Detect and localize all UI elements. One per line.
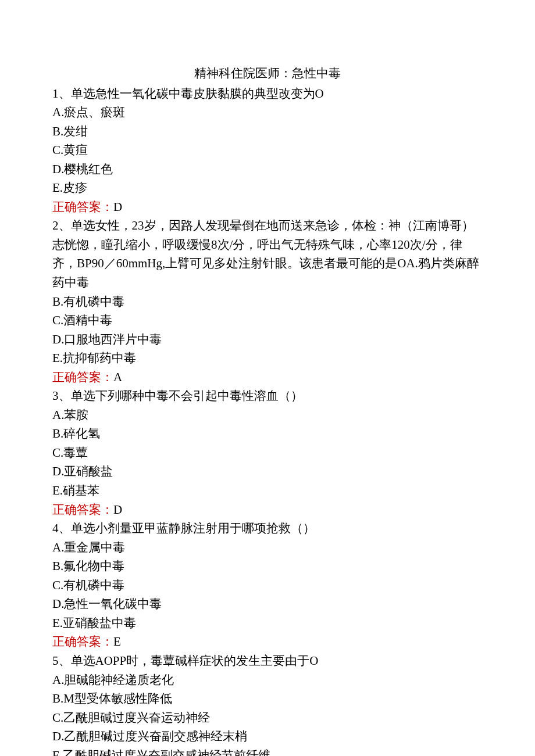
question-option: D.乙酰胆碱过度兴奋副交感神经末梢: [52, 727, 483, 746]
question-option: C.乙酰胆碱过度兴奋运动神经: [52, 708, 483, 728]
question-option: C.毒蕈: [52, 443, 483, 463]
question-option: A.苯胺: [52, 406, 483, 425]
question-option: E.乙酰胆碱过度兴奋副交感神经节前纤维: [52, 746, 483, 756]
question-option: E.抗抑郁药中毒: [52, 349, 483, 368]
question-option: D.樱桃红色: [52, 160, 483, 179]
question-option: B.氟化物中毒: [52, 557, 483, 576]
answer-label: 正确答案：: [52, 370, 113, 384]
question-1: 1、单选急性一氧化碳中毒皮肤黏膜的典型改变为O A.瘀点、瘀斑 B.发绀 C.黄…: [52, 84, 483, 217]
answer-value: D: [113, 503, 122, 517]
question-3: 3、单选下列哪种中毒不会引起中毒性溶血（） A.苯胺 B.碎化氢 C.毒蕈 D.…: [52, 386, 483, 519]
answer-line: 正确答案：D: [52, 198, 483, 217]
question-option: B.碎化氢: [52, 424, 483, 443]
question-option: A.重金属中毒: [52, 538, 483, 557]
answer-value: D: [113, 200, 122, 214]
question-option: A.胆碱能神经递质老化: [52, 671, 483, 690]
question-5: 5、单选AOPP时，毒蕈碱样症状的发生主要由于O A.胆碱能神经递质老化 B.M…: [52, 651, 483, 756]
question-2: 2、单选女性，23岁，因路人发现晕倒在地而送来急诊，体检：神（江南博哥）志恍惚，…: [52, 216, 483, 386]
question-option: A.瘀点、瘀斑: [52, 103, 483, 122]
answer-label: 正确答案：: [52, 503, 113, 517]
question-stem: 2、单选女性，23岁，因路人发现晕倒在地而送来急诊，体检：神（江南博哥）志恍惚，…: [52, 216, 483, 292]
question-option: B.发绀: [52, 122, 483, 141]
question-option: B.M型受体敏感性降低: [52, 689, 483, 708]
question-stem: 4、单选小剂量亚甲蓝静脉注射用于哪项抢救（）: [52, 519, 483, 538]
question-stem: 1、单选急性一氧化碳中毒皮肤黏膜的典型改变为O: [52, 84, 483, 103]
question-option: C.酒精中毒: [52, 311, 483, 330]
question-4: 4、单选小剂量亚甲蓝静脉注射用于哪项抢救（） A.重金属中毒 B.氟化物中毒 C…: [52, 519, 483, 651]
document-title: 精神科住院医师：急性中毒: [52, 64, 483, 83]
answer-value: A: [113, 370, 122, 384]
question-option: C.有机磷中毒: [52, 576, 483, 595]
answer-value: E: [113, 635, 121, 648]
question-option: E.亚硝酸盐中毒: [52, 614, 483, 633]
question-stem: 3、单选下列哪种中毒不会引起中毒性溶血（）: [52, 386, 483, 406]
question-option: C.黄疸: [52, 141, 483, 160]
answer-line: 正确答案：D: [52, 500, 483, 519]
question-option: D.亚硝酸盐: [52, 462, 483, 481]
question-option: E.皮疹: [52, 178, 483, 198]
answer-line: 正确答案：E: [52, 632, 483, 651]
question-option: D.口服地西泮片中毒: [52, 330, 483, 349]
answer-label: 正确答案：: [52, 635, 113, 648]
question-stem: 5、单选AOPP时，毒蕈碱样症状的发生主要由于O: [52, 651, 483, 671]
question-option: D.急性一氧化碳中毒: [52, 594, 483, 614]
document-page: 精神科住院医师：急性中毒 1、单选急性一氧化碳中毒皮肤黏膜的典型改变为O A.瘀…: [0, 0, 535, 756]
answer-line: 正确答案：A: [52, 368, 483, 387]
question-option: B.有机磷中毒: [52, 292, 483, 311]
question-option: E.硝基苯: [52, 481, 483, 500]
answer-label: 正确答案：: [52, 200, 113, 214]
